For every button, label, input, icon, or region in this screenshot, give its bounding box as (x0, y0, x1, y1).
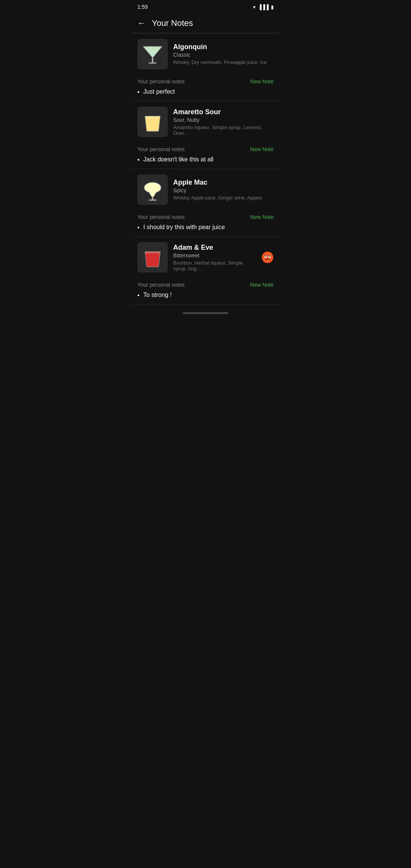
card-divider-adam-eve (131, 304, 280, 305)
drink-info-adam-eve[interactable]: Adam & Eve Bittersweet Bourbon, Herbal l… (131, 237, 280, 278)
status-time: 1:59 (137, 4, 148, 10)
drink-name-algonquin: Algonquin (173, 43, 274, 51)
new-note-button-adam-eve[interactable]: New Note (250, 282, 274, 288)
note-text: Jack doesn't like this at all (143, 156, 213, 163)
notes-section-amaretto-sour: Your personal notes New Note • Jack does… (131, 142, 280, 169)
svg-rect-2 (149, 62, 156, 64)
drink-card-apple-mac: Apple Mac Spicy Whisky, Apple juice, Gin… (131, 169, 280, 237)
svg-point-13 (269, 256, 270, 257)
back-button[interactable]: ← (137, 18, 146, 28)
drink-details-amaretto-sour: Amaretto Sour Sour, Nutty Amaretto lique… (173, 108, 274, 136)
note-text: To strong ! (143, 292, 172, 298)
page-title: Your Notes (152, 18, 193, 28)
drink-details-apple-mac: Apple Mac Spicy Whisky, Apple juice, Gin… (173, 179, 274, 201)
drink-image-apple-mac (137, 174, 168, 205)
notes-header-amaretto-sour: Your personal notes New Note (137, 146, 274, 152)
bottom-indicator (183, 312, 228, 314)
notes-label-apple-mac: Your personal notes (137, 214, 185, 220)
drinks-list: Algonquin Classic Whisky, Dry vermouth, … (131, 34, 280, 305)
status-icons: ▾ ▐▐▐ ▮ (253, 4, 274, 10)
note-bullet: • (137, 89, 140, 96)
new-note-button-apple-mac[interactable]: New Note (250, 214, 274, 220)
notes-label-adam-eve: Your personal notes (137, 282, 185, 288)
drink-info-algonquin[interactable]: Algonquin Classic Whisky, Dry vermouth, … (131, 34, 280, 75)
svg-point-9 (262, 252, 273, 263)
status-bar: 1:59 ▾ ▐▐▐ ▮ (131, 0, 280, 14)
svg-rect-8 (145, 252, 160, 254)
svg-rect-6 (152, 197, 153, 199)
drink-category-amaretto-sour: Sour, Nutty (173, 117, 274, 123)
battery-icon: ▮ (271, 4, 274, 10)
wifi-icon: ▾ (253, 4, 256, 10)
new-note-button-amaretto-sour[interactable]: New Note (250, 146, 274, 152)
drink-info-amaretto-sour[interactable]: Amaretto Sour Sour, Nutty Amaretto lique… (131, 101, 280, 142)
svg-point-5 (144, 182, 161, 193)
notes-section-adam-eve: Your personal notes New Note • To strong… (131, 278, 280, 304)
drink-image-adam-eve (137, 242, 168, 273)
notes-header-adam-eve: Your personal notes New Note (137, 282, 274, 288)
angry-badge (261, 251, 274, 263)
notes-section-algonquin: Your personal notes New Note • Just perf… (131, 75, 280, 101)
drink-ingredients-adam-eve: Bourbon, Herbal liqueur, Simple syrup, A… (173, 260, 256, 271)
drink-category-adam-eve: Bittersweet (173, 252, 256, 258)
note-bullet: • (137, 224, 140, 231)
svg-rect-4 (145, 116, 160, 118)
svg-point-3 (145, 46, 160, 50)
note-item: • Jack doesn't like this at all (137, 156, 274, 163)
note-item: • Just perfect (137, 88, 274, 96)
drink-details-adam-eve: Adam & Eve Bittersweet Bourbon, Herbal l… (173, 244, 256, 271)
drink-card-algonquin: Algonquin Classic Whisky, Dry vermouth, … (131, 34, 280, 101)
drink-name-amaretto-sour: Amaretto Sour (173, 108, 274, 116)
drink-info-apple-mac[interactable]: Apple Mac Spicy Whisky, Apple juice, Gin… (131, 169, 280, 210)
svg-rect-7 (149, 199, 156, 201)
note-bullet: • (137, 156, 140, 163)
note-bullet: • (137, 292, 140, 299)
notes-header-algonquin: Your personal notes New Note (137, 78, 274, 85)
note-text: Just perfect (143, 88, 175, 95)
drink-name-apple-mac: Apple Mac (173, 179, 274, 187)
note-text: I should try this with pear juice (143, 224, 225, 231)
note-item: • I should try this with pear juice (137, 224, 274, 231)
drink-ingredients-amaretto-sour: Amaretto liqueur, Simple syrup, Lemons, … (173, 124, 274, 136)
drink-ingredients-algonquin: Whisky, Dry vermouth, Pineapple juice, I… (173, 59, 274, 65)
signal-icon: ▐▐▐ (258, 4, 269, 10)
drink-image-amaretto-sour (137, 107, 168, 137)
new-note-button-algonquin[interactable]: New Note (250, 78, 274, 85)
note-item: • To strong ! (137, 292, 274, 299)
notes-header-apple-mac: Your personal notes New Note (137, 214, 274, 220)
drink-card-amaretto-sour: Amaretto Sour Sour, Nutty Amaretto lique… (131, 101, 280, 169)
drink-name-adam-eve: Adam & Eve (173, 244, 256, 252)
drink-category-apple-mac: Spicy (173, 187, 274, 193)
notes-section-apple-mac: Your personal notes New Note • I should … (131, 210, 280, 236)
drink-image-algonquin (137, 39, 168, 69)
drink-details-algonquin: Algonquin Classic Whisky, Dry vermouth, … (173, 43, 274, 65)
svg-rect-1 (152, 58, 153, 62)
notes-label-algonquin: Your personal notes (137, 78, 185, 85)
svg-point-12 (265, 256, 266, 257)
drink-card-adam-eve: Adam & Eve Bittersweet Bourbon, Herbal l… (131, 237, 280, 305)
notes-label-amaretto-sour: Your personal notes (137, 146, 185, 152)
drink-ingredients-apple-mac: Whisky, Apple juice, Ginger wine, Apples (173, 195, 274, 201)
drink-category-algonquin: Classic (173, 52, 274, 58)
header: ← Your Notes (131, 14, 280, 33)
